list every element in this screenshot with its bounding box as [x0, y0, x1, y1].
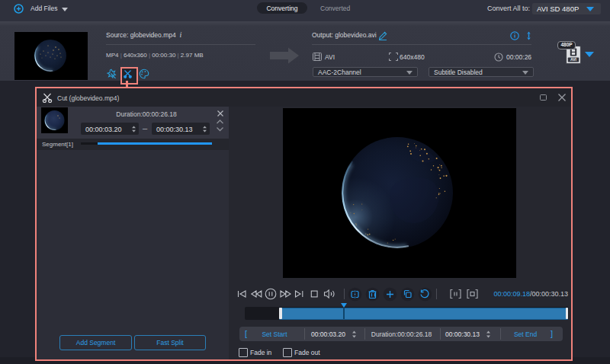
- svg-text:AVI: AVI: [570, 57, 577, 62]
